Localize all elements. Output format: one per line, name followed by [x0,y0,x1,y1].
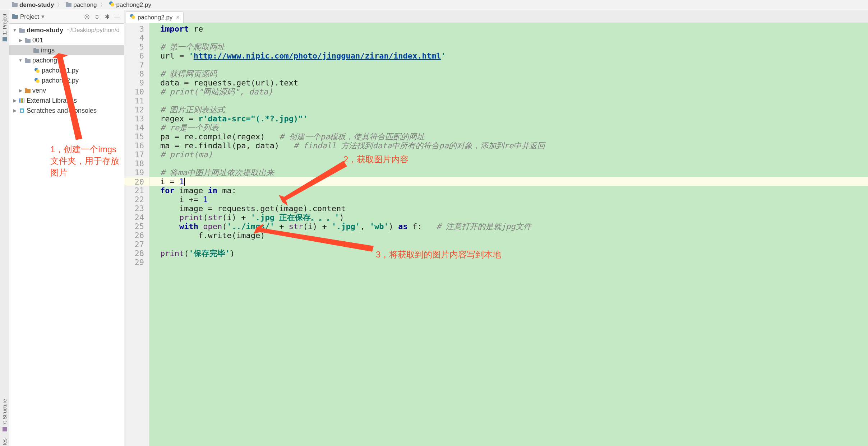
folder-icon [66,1,71,9]
code-line[interactable]: # print("网站源码", data) [160,87,868,96]
line-number[interactable]: 3 [124,24,144,33]
tree-item-scratches[interactable]: ▶ Scratches and Consoles [9,106,124,116]
code-line[interactable]: # 图片正则表达式 [160,105,868,114]
code-line[interactable]: # print(ma) [160,150,868,159]
line-number[interactable]: 10 [124,87,144,96]
tool-tab-project[interactable]: 1: Project [0,10,9,45]
tree-item-imgs[interactable]: imgs [9,45,124,55]
code-line[interactable]: f.write(image) [160,231,868,240]
breadcrumb-item-file[interactable]: pachong2.py [107,1,153,9]
tree-item-ext-libs[interactable]: ▶ External Libraries [9,96,124,106]
gear-icon[interactable]: ✱ [103,13,111,21]
code-line[interactable]: image = requests.get(image).content [160,204,868,213]
line-number[interactable]: 5 [124,42,144,51]
line-number[interactable]: 29 [124,258,144,267]
tree-item-venv[interactable]: ▶ venv [9,85,124,96]
chevron-down-icon[interactable]: ▼ [18,58,23,63]
breadcrumb-item-folder[interactable]: pachong [64,1,98,9]
code-editor[interactable]: 3456789101112131415161718192021222324252… [124,23,868,446]
line-number[interactable]: 24 [124,213,144,222]
editor-tab-active[interactable]: pachong2.py × [126,11,184,23]
code-content[interactable]: import re# 第一个爬取网址url = 'http://www.nipi… [149,23,868,446]
line-number[interactable]: 11 [124,96,144,105]
chevron-right-icon[interactable]: ▶ [12,108,17,113]
chevron-down-icon: ▾ [41,13,45,20]
target-icon[interactable] [83,13,91,21]
chevron-right-icon: 〉 [100,1,106,9]
code-line[interactable] [160,60,868,69]
tool-tab-structure[interactable]: 7: Structure [0,395,9,435]
folder-icon [33,47,40,54]
tree-item-pachong2[interactable]: pachong2.py [9,75,124,85]
minimize-icon[interactable]: — [113,13,121,21]
line-number[interactable]: 7 [124,60,144,69]
code-line[interactable]: # 第一个爬取网址 [160,42,868,51]
code-line[interactable]: for image in ma: [160,186,868,195]
code-line[interactable]: with open('../imgs/' + str(i) + '.jpg', … [160,222,868,231]
line-number[interactable]: 23 [124,204,144,213]
svg-rect-17 [25,58,27,60]
line-number[interactable]: 16 [124,141,144,150]
line-number[interactable]: 25 [124,222,144,231]
tree-item-pachong[interactable]: ▼ pachong [9,55,124,65]
line-number[interactable]: 19 [124,168,144,177]
line-number[interactable]: 26 [124,231,144,240]
code-line[interactable]: i = 1 [149,177,868,186]
line-number[interactable]: 18 [124,159,144,168]
collapse-icon[interactable] [93,13,101,21]
line-number[interactable]: 6 [124,51,144,60]
project-tree[interactable]: ▼ demo-study ~/Desktop/python/d ▶ 001 im… [9,24,124,117]
line-number-gutter[interactable]: 3456789101112131415161718192021222324252… [124,23,149,446]
tree-item-001[interactable]: ▶ 001 [9,35,124,45]
close-icon[interactable]: × [176,14,179,21]
line-number[interactable]: 13 [124,114,144,123]
chevron-down-icon[interactable]: ▼ [12,28,17,33]
chevron-right-icon[interactable]: ▶ [18,38,23,43]
code-line[interactable]: # 将ma中图片网址依次提取出来 [160,168,868,177]
code-line[interactable] [160,240,868,249]
project-view-selector[interactable]: Project ▾ [12,13,81,20]
breadcrumb-item-root[interactable]: demo-study [10,1,56,9]
line-number[interactable]: 28 [124,249,144,258]
code-line[interactable]: pa = re.compile(regex) # 创建一个pa模板，使其符合匹配… [160,132,868,141]
code-line[interactable]: regex = r'data-src="(.*?.jpg)"' [160,114,868,123]
code-line[interactable]: data = requests.get(url).text [160,78,868,87]
code-line[interactable] [160,258,868,267]
editor-tab-bar: pachong2.py × [124,10,868,23]
line-number[interactable]: 20 [124,177,149,186]
tool-tab-favorites-cut[interactable]: tes [0,435,9,446]
code-line[interactable]: i += 1 [160,195,868,204]
project-panel: Project ▾ ✱ — ▼ demo-study ~/Desktop/pyt… [9,10,124,446]
line-number[interactable]: 12 [124,105,144,114]
tree-root[interactable]: ▼ demo-study ~/Desktop/python/d [9,25,124,35]
code-line[interactable]: # 获得网页源码 [160,69,868,78]
python-icon [34,77,40,84]
code-line[interactable]: print('保存完毕') [160,249,868,258]
code-line[interactable]: ma = re.findall(pa, data) # findall 方法找到… [160,141,868,150]
chevron-right-icon[interactable]: ▶ [12,98,17,103]
code-line[interactable]: # re是一个列表 [160,123,868,132]
line-number[interactable]: 4 [124,33,144,42]
chevron-right-icon[interactable]: ▶ [18,88,23,93]
line-number[interactable]: 8 [124,69,144,78]
svg-point-21 [36,79,40,83]
code-line[interactable]: print(str(i) + '.jpg 正在保存。。。') [160,213,868,222]
python-icon [130,14,135,21]
line-number[interactable]: 27 [124,240,144,249]
tree-item-pachong1[interactable]: pachong1.py [9,65,124,75]
code-line[interactable]: import re [160,24,868,33]
line-number[interactable]: 9 [124,78,144,87]
line-number[interactable]: 22 [124,195,144,204]
svg-point-31 [131,15,135,19]
line-number[interactable]: 14 [124,123,144,132]
code-line[interactable] [160,159,868,168]
code-line[interactable]: url = 'http://www.nipic.com/photo/jinggu… [160,51,868,60]
line-number[interactable]: 21 [124,186,144,195]
svg-point-5 [111,3,114,6]
svg-rect-11 [19,28,22,30]
line-number[interactable]: 17 [124,150,144,159]
code-line[interactable] [160,33,868,42]
code-line[interactable] [160,96,868,105]
svg-rect-25 [21,98,22,103]
line-number[interactable]: 15 [124,132,144,141]
